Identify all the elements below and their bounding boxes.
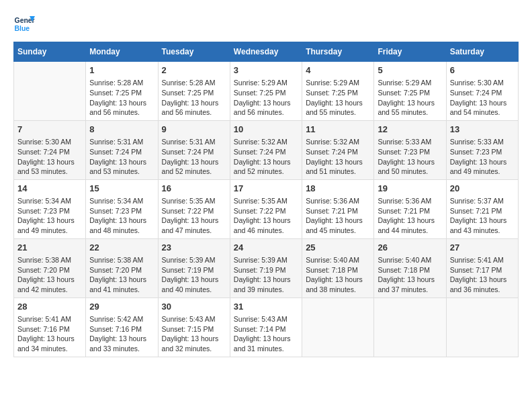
day-info: Sunrise: 5:32 AM Sunset: 7:24 PM Dayligh…: [234, 137, 298, 177]
day-number: 29: [89, 301, 154, 313]
day-number: 10: [234, 124, 298, 136]
day-cell: 15Sunrise: 5:34 AM Sunset: 7:23 PM Dayli…: [86, 179, 158, 238]
day-info: Sunrise: 5:43 AM Sunset: 7:14 PM Dayligh…: [234, 314, 298, 354]
day-cell: 19Sunrise: 5:36 AM Sunset: 7:21 PM Dayli…: [374, 179, 446, 238]
day-number: 7: [17, 124, 82, 136]
day-cell: 14Sunrise: 5:34 AM Sunset: 7:23 PM Dayli…: [14, 179, 86, 238]
day-cell: 27Sunrise: 5:41 AM Sunset: 7:17 PM Dayli…: [446, 238, 518, 298]
day-cell: 11Sunrise: 5:32 AM Sunset: 7:24 PM Dayli…: [302, 120, 374, 179]
day-number: 16: [162, 183, 226, 195]
day-number: 18: [306, 183, 370, 195]
header-wednesday: Wednesday: [230, 42, 302, 62]
day-cell: 10Sunrise: 5:32 AM Sunset: 7:24 PM Dayli…: [230, 120, 302, 179]
day-info: Sunrise: 5:33 AM Sunset: 7:23 PM Dayligh…: [378, 137, 442, 177]
day-number: 21: [17, 242, 82, 254]
day-cell: 29Sunrise: 5:42 AM Sunset: 7:16 PM Dayli…: [86, 298, 158, 357]
day-info: Sunrise: 5:35 AM Sunset: 7:22 PM Dayligh…: [234, 196, 298, 236]
day-number: 6: [450, 64, 515, 77]
day-number: 2: [162, 64, 226, 77]
day-number: 25: [306, 242, 370, 254]
day-number: 23: [162, 242, 226, 254]
calendar-table: SundayMondayTuesdayWednesdayThursdayFrid…: [13, 42, 519, 357]
day-number: 11: [306, 124, 370, 136]
header-saturday: Saturday: [446, 42, 518, 62]
day-cell: 30Sunrise: 5:43 AM Sunset: 7:15 PM Dayli…: [158, 298, 230, 357]
day-info: Sunrise: 5:38 AM Sunset: 7:20 PM Dayligh…: [89, 255, 154, 295]
day-info: Sunrise: 5:43 AM Sunset: 7:15 PM Dayligh…: [162, 314, 226, 354]
day-number: 30: [162, 301, 226, 313]
day-cell: [374, 298, 446, 357]
day-cell: [446, 298, 518, 357]
day-info: Sunrise: 5:34 AM Sunset: 7:23 PM Dayligh…: [17, 196, 82, 236]
day-info: Sunrise: 5:30 AM Sunset: 7:24 PM Dayligh…: [450, 78, 515, 118]
day-number: 5: [378, 64, 442, 77]
day-info: Sunrise: 5:31 AM Sunset: 7:24 PM Dayligh…: [89, 137, 154, 177]
week-row-4: 21Sunrise: 5:38 AM Sunset: 7:20 PM Dayli…: [14, 238, 519, 298]
day-cell: 18Sunrise: 5:36 AM Sunset: 7:21 PM Dayli…: [302, 179, 374, 238]
day-info: Sunrise: 5:29 AM Sunset: 7:25 PM Dayligh…: [234, 78, 298, 118]
day-cell: 16Sunrise: 5:35 AM Sunset: 7:22 PM Dayli…: [158, 179, 230, 238]
day-cell: 22Sunrise: 5:38 AM Sunset: 7:20 PM Dayli…: [86, 238, 158, 298]
day-cell: 7Sunrise: 5:30 AM Sunset: 7:24 PM Daylig…: [14, 120, 86, 179]
svg-text:Blue: Blue: [15, 25, 30, 32]
day-number: 26: [378, 242, 442, 254]
day-number: 12: [378, 124, 442, 136]
day-number: 14: [17, 183, 82, 195]
day-cell: 12Sunrise: 5:33 AM Sunset: 7:23 PM Dayli…: [374, 120, 446, 179]
day-cell: 31Sunrise: 5:43 AM Sunset: 7:14 PM Dayli…: [230, 298, 302, 357]
day-info: Sunrise: 5:36 AM Sunset: 7:21 PM Dayligh…: [378, 196, 442, 236]
day-number: 15: [89, 183, 154, 195]
day-number: 8: [89, 124, 154, 136]
day-cell: 4Sunrise: 5:29 AM Sunset: 7:25 PM Daylig…: [302, 62, 374, 121]
day-info: Sunrise: 5:39 AM Sunset: 7:19 PM Dayligh…: [162, 255, 226, 295]
day-info: Sunrise: 5:41 AM Sunset: 7:16 PM Dayligh…: [17, 314, 82, 354]
day-info: Sunrise: 5:38 AM Sunset: 7:20 PM Dayligh…: [17, 255, 82, 295]
day-number: 24: [234, 242, 298, 254]
day-cell: 1Sunrise: 5:28 AM Sunset: 7:25 PM Daylig…: [86, 62, 158, 121]
header-monday: Monday: [86, 42, 158, 62]
day-info: Sunrise: 5:30 AM Sunset: 7:24 PM Dayligh…: [17, 137, 82, 177]
day-number: 17: [234, 183, 298, 195]
day-cell: 9Sunrise: 5:31 AM Sunset: 7:24 PM Daylig…: [158, 120, 230, 179]
header-friday: Friday: [374, 42, 446, 62]
day-info: Sunrise: 5:42 AM Sunset: 7:16 PM Dayligh…: [89, 314, 154, 354]
day-cell: 3Sunrise: 5:29 AM Sunset: 7:25 PM Daylig…: [230, 62, 302, 121]
day-cell: 6Sunrise: 5:30 AM Sunset: 7:24 PM Daylig…: [446, 62, 518, 121]
day-info: Sunrise: 5:33 AM Sunset: 7:23 PM Dayligh…: [450, 137, 515, 177]
day-info: Sunrise: 5:40 AM Sunset: 7:18 PM Dayligh…: [378, 255, 442, 295]
logo-icon: General Blue: [13, 13, 35, 35]
day-cell: 24Sunrise: 5:39 AM Sunset: 7:19 PM Dayli…: [230, 238, 302, 298]
day-cell: [302, 298, 374, 357]
day-info: Sunrise: 5:39 AM Sunset: 7:19 PM Dayligh…: [234, 255, 298, 295]
header-tuesday: Tuesday: [158, 42, 230, 62]
day-cell: 20Sunrise: 5:37 AM Sunset: 7:21 PM Dayli…: [446, 179, 518, 238]
day-info: Sunrise: 5:41 AM Sunset: 7:17 PM Dayligh…: [450, 255, 515, 295]
day-cell: 28Sunrise: 5:41 AM Sunset: 7:16 PM Dayli…: [14, 298, 86, 357]
day-cell: 23Sunrise: 5:39 AM Sunset: 7:19 PM Dayli…: [158, 238, 230, 298]
day-number: 19: [378, 183, 442, 195]
day-cell: 5Sunrise: 5:29 AM Sunset: 7:25 PM Daylig…: [374, 62, 446, 121]
day-cell: 26Sunrise: 5:40 AM Sunset: 7:18 PM Dayli…: [374, 238, 446, 298]
page-header: General Blue: [13, 13, 519, 35]
day-info: Sunrise: 5:32 AM Sunset: 7:24 PM Dayligh…: [306, 137, 370, 177]
day-cell: 25Sunrise: 5:40 AM Sunset: 7:18 PM Dayli…: [302, 238, 374, 298]
day-number: 3: [234, 64, 298, 77]
day-cell: 13Sunrise: 5:33 AM Sunset: 7:23 PM Dayli…: [446, 120, 518, 179]
day-info: Sunrise: 5:36 AM Sunset: 7:21 PM Dayligh…: [306, 196, 370, 236]
logo: General Blue: [13, 13, 35, 35]
day-info: Sunrise: 5:37 AM Sunset: 7:21 PM Dayligh…: [450, 196, 515, 236]
day-info: Sunrise: 5:34 AM Sunset: 7:23 PM Dayligh…: [89, 196, 154, 236]
day-number: 1: [89, 64, 154, 77]
day-cell: [14, 62, 86, 121]
day-number: 22: [89, 242, 154, 254]
day-info: Sunrise: 5:28 AM Sunset: 7:25 PM Dayligh…: [89, 78, 154, 118]
day-info: Sunrise: 5:28 AM Sunset: 7:25 PM Dayligh…: [162, 78, 226, 118]
calendar-header-row: SundayMondayTuesdayWednesdayThursdayFrid…: [14, 42, 519, 62]
day-number: 13: [450, 124, 515, 136]
day-cell: 2Sunrise: 5:28 AM Sunset: 7:25 PM Daylig…: [158, 62, 230, 121]
day-info: Sunrise: 5:31 AM Sunset: 7:24 PM Dayligh…: [162, 137, 226, 177]
header-thursday: Thursday: [302, 42, 374, 62]
day-cell: 17Sunrise: 5:35 AM Sunset: 7:22 PM Dayli…: [230, 179, 302, 238]
day-number: 31: [234, 301, 298, 313]
week-row-1: 1Sunrise: 5:28 AM Sunset: 7:25 PM Daylig…: [14, 62, 519, 121]
